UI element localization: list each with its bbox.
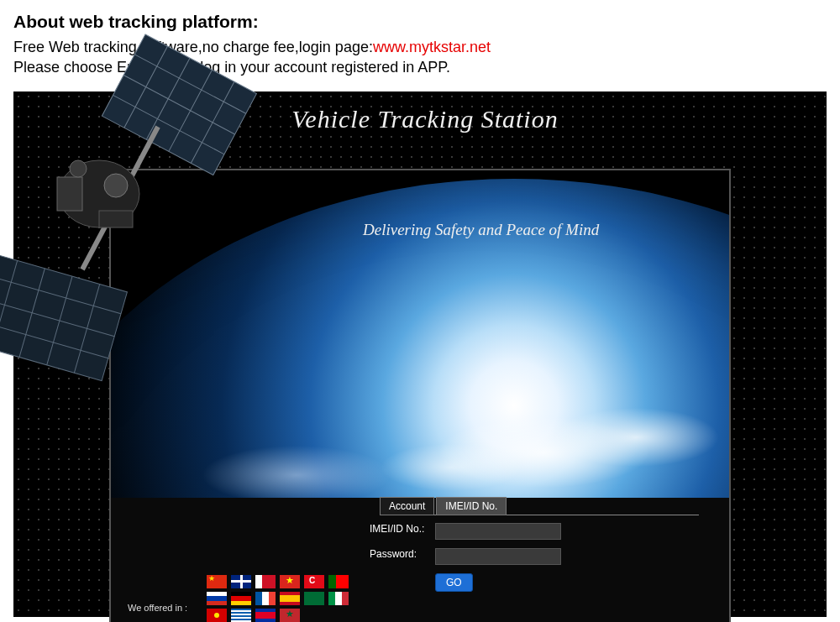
flag-italy[interactable]	[328, 592, 349, 605]
login-form: IMEI/ID No.: Password: GO	[370, 523, 561, 592]
login-area: Account IMEI/ID No. IMEI/ID No.: Passwor…	[111, 498, 729, 622]
flag-turkey[interactable]	[304, 575, 324, 588]
language-flags	[207, 575, 349, 622]
flag-saudi-arabia[interactable]	[304, 592, 324, 605]
page-title: Vehicle Tracking Station	[114, 105, 736, 133]
flag-morocco[interactable]	[280, 609, 300, 622]
flag-russia[interactable]	[207, 592, 227, 605]
flag-france[interactable]	[255, 592, 276, 605]
flag-macedonia[interactable]	[207, 609, 227, 622]
flag-cambodia[interactable]	[255, 609, 276, 622]
go-button[interactable]: GO	[435, 573, 473, 592]
login-tabs: Account IMEI/ID No.	[380, 496, 699, 515]
svg-point-21	[70, 160, 87, 177]
app-stage: Vehicle Tracking Station Delivering Safe…	[13, 91, 827, 617]
svg-rect-8	[0, 253, 127, 381]
label-imei: IMEI/ID No.:	[370, 523, 435, 536]
satellite-icon	[0, 26, 267, 412]
input-imei[interactable]	[435, 523, 561, 540]
row-imei: IMEI/ID No.:	[370, 523, 561, 540]
flag-bahrain[interactable]	[255, 575, 276, 588]
flag-greece[interactable]	[231, 609, 251, 622]
svg-rect-20	[99, 211, 133, 227]
flag-vietnam[interactable]	[280, 575, 300, 588]
svg-rect-18	[57, 177, 82, 211]
intro-link[interactable]: www.mytkstar.net	[373, 39, 491, 55]
flag-china[interactable]	[207, 575, 227, 588]
flag-germany[interactable]	[231, 592, 251, 605]
svg-point-19	[104, 174, 128, 197]
flag-uk[interactable]	[231, 575, 251, 588]
label-password: Password:	[370, 548, 435, 562]
input-password[interactable]	[435, 548, 561, 565]
offered-label: We offered in :	[128, 603, 187, 613]
tab-imei[interactable]: IMEI/ID No.	[436, 497, 507, 515]
flag-spain[interactable]	[280, 592, 300, 605]
flag-portugal[interactable]	[328, 575, 349, 588]
row-password: Password:	[370, 548, 561, 565]
subtitle: Delivering Safety and Peace of Mind	[363, 221, 599, 239]
tab-account[interactable]: Account	[380, 497, 434, 515]
